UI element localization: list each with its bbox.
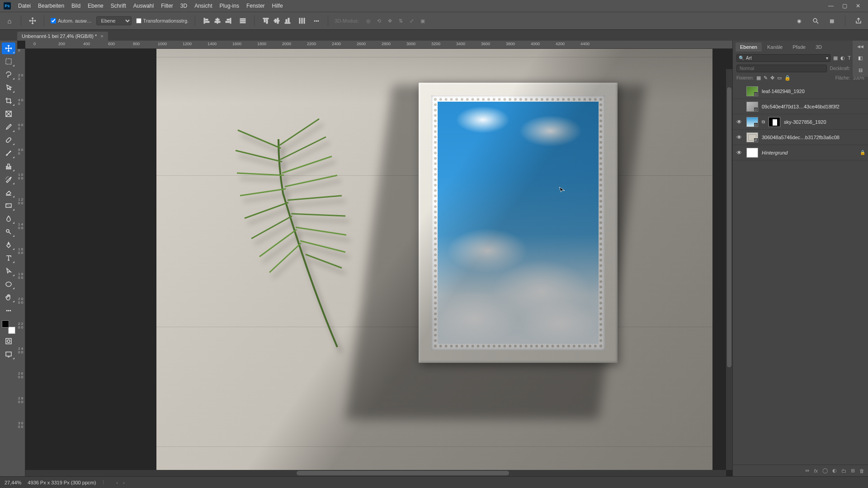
group-icon[interactable]: 🗀 [841, 468, 846, 474]
layer-mask[interactable] [769, 117, 780, 127]
mask-icon[interactable]: ◯ [822, 468, 828, 474]
move-tool[interactable] [2, 42, 15, 54]
blur-tool[interactable] [2, 213, 15, 225]
align-more-icon[interactable] [238, 16, 248, 26]
menu-plug-ins[interactable]: Plug-ins [216, 1, 243, 10]
layer-thumbnail[interactable]: ◫ [746, 86, 758, 96]
marquee-tool[interactable] [2, 56, 15, 67]
blend-mode-select[interactable]: Normal [736, 65, 827, 72]
more-tools-icon[interactable]: ••• [2, 305, 15, 316]
home-icon[interactable]: ⌂ [5, 16, 14, 26]
eraser-tool[interactable] [2, 187, 15, 198]
tab-layers[interactable]: Ebenen [736, 42, 762, 52]
align-left-icon[interactable] [202, 16, 212, 26]
layer-name[interactable]: 09c540e4f70d13…43ce46bd18f3f2 [762, 104, 865, 109]
transform-controls-checkbox[interactable]: Transformationsstrg. [136, 18, 189, 23]
menu-ansicht[interactable]: Ansicht [191, 1, 216, 10]
layer-name[interactable]: sky-3027856_1920 [784, 119, 865, 125]
layer-name[interactable]: 306048a5746dec…b3172fb3a6c08 [762, 135, 865, 140]
color-swatches[interactable] [2, 320, 15, 334]
color-panel-icon[interactable]: ◧ [858, 55, 863, 61]
tab-paths[interactable]: Pfade [788, 42, 810, 52]
adjustment-icon[interactable]: ◐ [832, 468, 837, 474]
layer-thumbnail[interactable]: ◫ [746, 132, 758, 142]
minimize-button[interactable]: — [827, 2, 835, 9]
menu-fenster[interactable]: Fenster [243, 1, 269, 10]
maximize-button[interactable]: ▢ [841, 2, 848, 9]
search-icon[interactable] [811, 16, 821, 26]
menu-datei[interactable]: Datei [14, 1, 34, 10]
menu-bearbeiten[interactable]: Bearbeiten [34, 1, 68, 10]
menu-auswahl[interactable]: Auswahl [130, 1, 157, 10]
horizontal-scrollbar[interactable] [25, 470, 726, 476]
healing-tool[interactable] [2, 134, 15, 146]
menu-ebene[interactable]: Ebene [84, 1, 107, 10]
align-center-h-icon[interactable] [212, 16, 222, 26]
align-middle-icon[interactable] [272, 16, 282, 26]
cloud-docs-icon[interactable]: ◉ [794, 16, 804, 26]
lasso-tool[interactable] [2, 69, 15, 80]
layer-thumbnail[interactable]: ◫ [746, 102, 758, 112]
visibility-toggle[interactable]: 👁 [736, 134, 743, 141]
shape-tool[interactable] [2, 278, 15, 290]
auto-select-checkbox[interactable]: Autom. ausw… [51, 18, 92, 23]
move-tool-icon[interactable] [28, 16, 38, 26]
screen-mode-tool[interactable] [2, 348, 15, 360]
align-right-icon[interactable] [223, 16, 233, 26]
align-bottom-icon[interactable] [283, 16, 292, 26]
status-nav[interactable]: ‹ › [116, 480, 126, 485]
auto-select-target[interactable]: Ebene [96, 16, 132, 25]
layer-row[interactable]: ◫leaf-1482948_1920 [733, 84, 868, 99]
visibility-toggle[interactable]: 👁 [736, 119, 743, 125]
layer-row[interactable]: 👁Hintergrund🔒 [733, 145, 868, 160]
new-layer-icon[interactable]: ⊞ [851, 468, 855, 474]
dodge-tool[interactable] [2, 226, 15, 238]
layer-name[interactable]: Hintergrund [762, 150, 856, 155]
layer-thumbnail[interactable] [746, 148, 758, 158]
quick-mask-tool[interactable] [2, 335, 15, 347]
selection-tool[interactable] [2, 82, 15, 94]
pen-tool[interactable] [2, 239, 15, 251]
layer-row[interactable]: ◫09c540e4f70d13…43ce46bd18f3f2 [733, 99, 868, 114]
menu-schrift[interactable]: Schrift [107, 1, 130, 10]
align-top-icon[interactable] [261, 16, 271, 26]
menu-3d[interactable]: 3D [177, 1, 191, 10]
gradient-tool[interactable] [2, 200, 15, 211]
menu-bild[interactable]: Bild [68, 1, 84, 10]
workspace-icon[interactable]: ▦ [827, 16, 837, 26]
properties-panel-icon[interactable]: ⊟ [859, 67, 863, 73]
tab-3d[interactable]: 3D [811, 42, 826, 52]
close-button[interactable]: ✕ [854, 2, 862, 9]
vertical-scrollbar[interactable] [726, 69, 732, 470]
history-brush-tool[interactable] [2, 174, 15, 185]
tab-channels[interactable]: Kanäle [763, 42, 787, 52]
share-icon[interactable] [854, 16, 863, 26]
distribute-icon[interactable] [297, 16, 307, 26]
delete-layer-icon[interactable]: 🗑 [859, 468, 864, 474]
visibility-toggle[interactable]: 👁 [736, 150, 743, 156]
more-options-icon[interactable]: ••• [311, 16, 321, 26]
layer-thumbnail[interactable]: ◫ [746, 117, 758, 127]
frame-tool[interactable] [2, 108, 15, 120]
crop-tool[interactable] [2, 95, 15, 107]
close-tab-icon[interactable]: × [100, 33, 103, 39]
fx-icon[interactable]: fx [814, 468, 818, 474]
layer-filter[interactable]: 🔍 Art ▾ [736, 54, 830, 62]
layer-row[interactable]: 👁◫306048a5746dec…b3172fb3a6c08 [733, 130, 868, 145]
layer-row[interactable]: 👁◫⧉sky-3027856_1920 [733, 114, 868, 130]
ruler-vertical[interactable]: 02 0 04 0 06 0 08 0 01 0 0 01 2 0 01 4 0… [17, 49, 25, 476]
brush-tool[interactable] [2, 147, 15, 159]
lock-icons[interactable]: ▦✎✥▭🔒 [756, 75, 791, 81]
eyedropper-tool[interactable] [2, 121, 15, 133]
layer-name[interactable]: leaf-1482948_1920 [762, 89, 865, 94]
menu-filter[interactable]: Filter [157, 1, 177, 10]
expand-arrow-icon[interactable]: ◀◀ [857, 44, 863, 49]
ruler-horizontal[interactable]: 0200400600800100012001400160018002000220… [25, 41, 732, 49]
zoom-level[interactable]: 27,44% [5, 480, 21, 485]
menu-hilfe[interactable]: Hilfe [269, 1, 287, 10]
canvas[interactable] [25, 49, 732, 476]
path-select-tool[interactable] [2, 265, 15, 277]
lock-icon[interactable]: 🔒 [860, 150, 865, 155]
type-tool[interactable] [2, 252, 15, 264]
stamp-tool[interactable] [2, 160, 15, 172]
